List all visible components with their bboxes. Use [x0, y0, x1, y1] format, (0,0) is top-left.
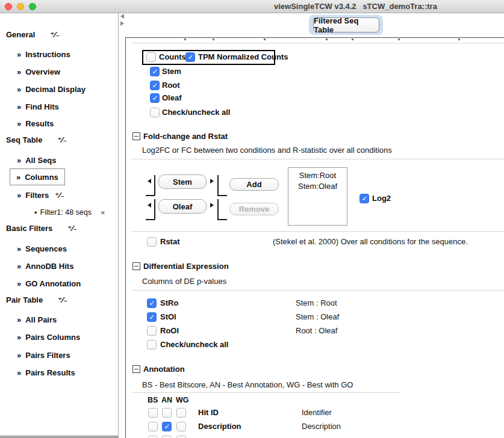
condition-bottom-button[interactable]: Oleaf	[158, 199, 207, 214]
sidebar-item-filters[interactable]: » Filters ⁺⁄₋	[17, 190, 64, 200]
sidebar-item-label: Instructions	[25, 50, 70, 59]
check-uncheck-all-conditions-checkbox[interactable]	[150, 108, 160, 117]
stro-checkbox[interactable]	[147, 298, 157, 308]
separator	[132, 290, 504, 291]
sidebar-item-instructions[interactable]: » Instructions	[17, 49, 70, 60]
fc-pair-listbox[interactable]: Stem:Root Stem:Oleaf	[288, 167, 347, 226]
sidebar-item-label: Pairs Results	[25, 368, 75, 377]
sidebar-item-results[interactable]: » Results	[17, 118, 54, 129]
splitter-collapse-left-icon[interactable]	[120, 14, 124, 19]
filtered-seq-table-button[interactable]: Filtered Seq Table	[313, 17, 379, 32]
sidebar-item-pairs-columns[interactable]: » Pairs Columns	[17, 332, 80, 342]
sidebar-item-sequences[interactable]: » Sequences	[17, 243, 67, 254]
description-an-checkbox[interactable]	[162, 422, 172, 431]
annotation-subtitle: BS - Best Bitscore, AN - Best Annotation…	[142, 380, 353, 390]
plus-minus-toggle-icon[interactable]: ⁺⁄₋	[57, 135, 67, 144]
clipped-row-checkbox[interactable]	[162, 436, 172, 438]
sidebar-item-overview[interactable]: » Overview	[17, 66, 60, 77]
close-button[interactable]	[5, 3, 12, 10]
stol-description: Stem : Oleaf	[296, 312, 339, 322]
filter1-remove-icon[interactable]: ×	[101, 208, 105, 217]
oleaf-checkbox[interactable]	[150, 93, 160, 103]
sidebar-item-all-pairs[interactable]: » All Pairs	[17, 314, 57, 325]
cycle-right-bracket	[209, 199, 227, 221]
collapse-minus-icon[interactable]	[132, 365, 140, 373]
sidebar-item-label: All Pairs	[25, 315, 57, 324]
filter1-label: Filter1: 48 seqs	[40, 208, 92, 217]
tpm-normalized-counts-checkbox[interactable]	[185, 52, 195, 62]
diff-expr-section-title: Differential Expression	[143, 261, 229, 272]
sidebar-item-label: Decimal Display	[25, 85, 86, 94]
cycle-right-icon[interactable]	[210, 179, 214, 184]
sidebar-section-seq-table[interactable]: Seq Table ⁺⁄₋	[6, 134, 67, 145]
stem-checkbox[interactable]	[150, 67, 160, 76]
log2-label: Log2	[372, 193, 391, 204]
splitter-expand-right-icon[interactable]	[120, 21, 124, 26]
plus-minus-toggle-icon[interactable]: ⁺⁄₋	[58, 295, 67, 304]
plus-minus-toggle-icon[interactable]: ⁺⁄₋	[50, 30, 60, 39]
plus-minus-toggle-icon[interactable]: ⁺⁄₋	[67, 224, 77, 233]
sidebar-section-label: General	[6, 30, 35, 39]
rstat-checkbox[interactable]	[147, 237, 157, 247]
sidebar-section-basic-filters[interactable]: Basic Filters ⁺⁄₋	[6, 223, 77, 233]
chevron-icon: »	[17, 315, 21, 324]
cycle-right-icon[interactable]	[210, 203, 214, 208]
sidebar-item-label: Sequences	[25, 244, 67, 253]
hit-id-description: Identifier	[302, 407, 332, 418]
rool-checkbox[interactable]	[147, 326, 157, 336]
sidebar-section-label: Seq Table	[6, 135, 42, 144]
condition-top-button[interactable]: Stem	[158, 174, 207, 189]
remove-button[interactable]: Remove	[229, 203, 279, 215]
sidebar-item-decimal-display[interactable]: » Decimal Display	[17, 84, 86, 94]
sidebar-item-pairs-results[interactable]: » Pairs Results	[17, 367, 75, 378]
sidebar-item-columns-selected[interactable]: » Columns	[10, 168, 65, 185]
sidebar-item-label: Pairs Filters	[25, 351, 70, 360]
counts-checkbox[interactable]	[146, 52, 156, 62]
hit-id-bs-checkbox[interactable]	[148, 408, 158, 418]
description-bs-checkbox[interactable]	[148, 422, 158, 431]
cycle-left-icon[interactable]	[148, 203, 151, 208]
sidebar-item-label: All Seqs	[25, 156, 56, 165]
navigation-sidebar: General ⁺⁄₋ » Instructions » Overview » …	[0, 13, 119, 438]
sidebar-scrollbar[interactable]	[0, 436, 119, 438]
collapse-minus-icon[interactable]	[132, 262, 140, 270]
sidebar-item-pairs-filters[interactable]: » Pairs Filters	[17, 350, 70, 360]
filter1-item[interactable]: • Filter1: 48 seqs ×	[34, 207, 105, 218]
clipped-row-checkbox[interactable]	[176, 436, 186, 438]
sidebar-section-pair-table[interactable]: Pair Table ⁺⁄₋	[6, 294, 67, 305]
root-checkbox[interactable]	[150, 81, 160, 90]
minimize-button[interactable]	[17, 3, 24, 10]
zoom-button[interactable]	[29, 3, 36, 10]
stro-label: StRo	[160, 298, 178, 309]
clipped-text-fragment	[264, 39, 266, 40]
bracket-line	[217, 175, 219, 196]
chevron-icon: »	[17, 102, 21, 111]
plus-minus-toggle-icon[interactable]: ⁺⁄₋	[55, 191, 64, 200]
description-label: Description	[198, 421, 241, 432]
clipped-text-fragment	[213, 39, 214, 40]
sidebar-item-all-seqs[interactable]: » All Seqs	[17, 155, 57, 165]
chevron-icon: »	[17, 279, 21, 288]
sidebar-item-annodb-hits[interactable]: » AnnoDB Hits	[17, 261, 73, 271]
log2-checkbox[interactable]	[359, 194, 369, 203]
sidebar-item-label: GO Annotation	[25, 279, 81, 288]
check-uncheck-all-de-checkbox[interactable]	[147, 340, 157, 350]
sidebar-item-label: Find Hits	[25, 102, 59, 111]
bracket-line	[154, 199, 155, 220]
description-wg-checkbox[interactable]	[176, 422, 186, 431]
cycle-left-icon[interactable]	[148, 179, 151, 184]
hit-id-an-checkbox[interactable]	[162, 408, 172, 418]
chevron-icon: »	[17, 351, 21, 360]
stol-checkbox[interactable]	[147, 312, 157, 322]
hit-id-wg-checkbox[interactable]	[176, 408, 186, 418]
chevron-icon: »	[16, 173, 20, 182]
list-item[interactable]: Stem:Root	[288, 170, 347, 181]
sidebar-item-find-hits[interactable]: » Find Hits	[17, 101, 59, 112]
sidebar-item-go-annotation[interactable]: » GO Annotation	[17, 278, 81, 289]
add-button[interactable]: Add	[229, 178, 279, 191]
clipped-row-checkbox[interactable]	[148, 436, 158, 438]
list-item[interactable]: Stem:Oleaf	[288, 181, 347, 192]
sidebar-section-general[interactable]: General ⁺⁄₋	[6, 29, 60, 40]
collapse-minus-icon[interactable]	[132, 132, 140, 140]
annotation-section-title: Annotation	[143, 364, 185, 375]
